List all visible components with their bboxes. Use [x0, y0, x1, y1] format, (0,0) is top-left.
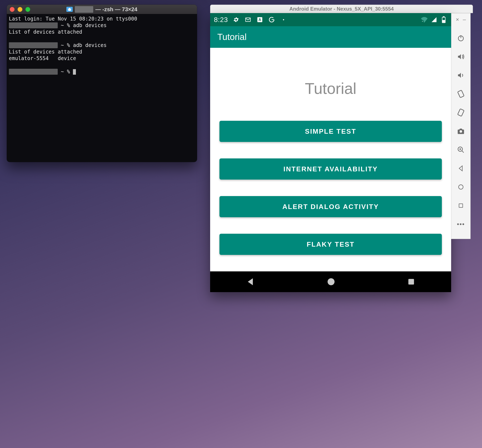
redacted-host: xxxxxxxxxxxxxxxx: [9, 22, 58, 28]
app-body: Tutorial SIMPLE TEST INTERNET AVAILABILI…: [210, 48, 451, 271]
volume-down-icon[interactable]: [456, 71, 466, 80]
gear-icon: [233, 16, 240, 23]
battery-icon: [440, 16, 447, 23]
redacted-username: xxxxxx: [75, 6, 93, 13]
svg-rect-6: [443, 16, 444, 17]
emulator-title: Android Emulator - Nexus_5X_API_30:5554: [289, 6, 394, 12]
svg-rect-9: [408, 279, 414, 285]
status-time: 8:23: [214, 16, 228, 24]
svg-point-14: [460, 130, 462, 133]
home-folder-icon: [66, 7, 73, 12]
terminal-title-text: — -zsh — 73×24: [95, 6, 137, 13]
android-nav-bar: [210, 271, 451, 292]
device-screen: 8:23 A • ×: [210, 13, 451, 292]
terminal-title: xxxxxx — -zsh — 73×24: [7, 6, 197, 13]
emulator-window: Android Emulator - Nexus_5X_API_30:5554 …: [210, 5, 473, 292]
terminal-titlebar[interactable]: xxxxxx — -zsh — 73×24: [7, 5, 197, 14]
camera-icon[interactable]: [456, 127, 466, 136]
redacted-host: xxxxxxxxxxxxxxxx: [9, 69, 58, 75]
terminal-line: ~ %: [58, 69, 73, 75]
svg-rect-12: [458, 90, 464, 98]
svg-text:A: A: [259, 17, 261, 22]
redacted-host: xxxxxxxxxxxxxxxx: [9, 42, 58, 48]
traffic-lights: [10, 7, 30, 12]
sidebar-minimize-button[interactable]: –: [463, 16, 466, 23]
flaky-test-button[interactable]: FLAKY TEST: [220, 234, 442, 255]
svg-rect-7: [443, 20, 445, 22]
mail-icon: [244, 16, 252, 23]
terminal-line: emulator-5554 device: [9, 56, 76, 61]
dot-icon: •: [280, 16, 287, 23]
fullscreen-button[interactable]: [25, 7, 30, 12]
emulator-titlebar[interactable]: Android Emulator - Nexus_5X_API_30:5554: [210, 5, 473, 13]
home-sidebar-icon[interactable]: [456, 182, 466, 192]
back-sidebar-icon[interactable]: [456, 164, 466, 173]
terminal-line: List of devices attached: [9, 29, 82, 35]
status-bar: 8:23 A • ×: [210, 13, 451, 26]
minimize-button[interactable]: [17, 7, 22, 12]
zoom-icon[interactable]: [456, 145, 466, 154]
terminal-window: xxxxxx — -zsh — 73×24 Last login: Tue No…: [7, 5, 197, 162]
rotate-left-icon[interactable]: [456, 89, 466, 99]
back-icon[interactable]: [246, 277, 255, 286]
terminal-line: List of devices attached: [9, 49, 82, 55]
svg-line-16: [462, 151, 464, 153]
terminal-line: ~ % adb devices: [58, 22, 107, 28]
google-icon: [268, 16, 275, 23]
svg-rect-20: [459, 204, 463, 208]
sidebar-close-button[interactable]: ×: [456, 16, 459, 23]
cursor: [73, 69, 76, 75]
app-bar: Tutorial: [210, 26, 451, 48]
svg-rect-13: [458, 109, 464, 116]
simple-test-button[interactable]: SIMPLE TEST: [220, 121, 442, 142]
svg-text:×: ×: [422, 20, 423, 22]
home-icon[interactable]: [326, 277, 336, 286]
close-button[interactable]: [10, 7, 15, 12]
volume-up-icon[interactable]: [456, 52, 466, 61]
terminal-body[interactable]: Last login: Tue Nov 15 08:20:23 on ttys0…: [7, 14, 197, 162]
signal-icon: [430, 16, 438, 23]
rotate-right-icon[interactable]: [456, 108, 466, 117]
svg-point-8: [327, 278, 334, 285]
power-icon[interactable]: [456, 33, 466, 43]
internet-availability-button[interactable]: INTERNET AVAILABILITY: [220, 159, 442, 180]
svg-point-19: [458, 185, 463, 189]
terminal-line: ~ % adb devices: [58, 42, 107, 48]
recents-icon[interactable]: [407, 278, 415, 286]
wifi-icon: ×: [421, 16, 428, 23]
more-icon[interactable]: •••: [456, 220, 466, 229]
page-heading: Tutorial: [305, 80, 356, 97]
app-bar-title: Tutorial: [217, 32, 247, 42]
a-badge-icon: A: [256, 16, 263, 23]
overview-sidebar-icon[interactable]: [456, 201, 466, 210]
terminal-line: Last login: Tue Nov 15 08:20:23 on ttys0…: [9, 16, 137, 22]
emulator-sidebar: × –: [451, 13, 471, 239]
alert-dialog-activity-button[interactable]: ALERT DIALOG ACTIVITY: [220, 196, 442, 217]
